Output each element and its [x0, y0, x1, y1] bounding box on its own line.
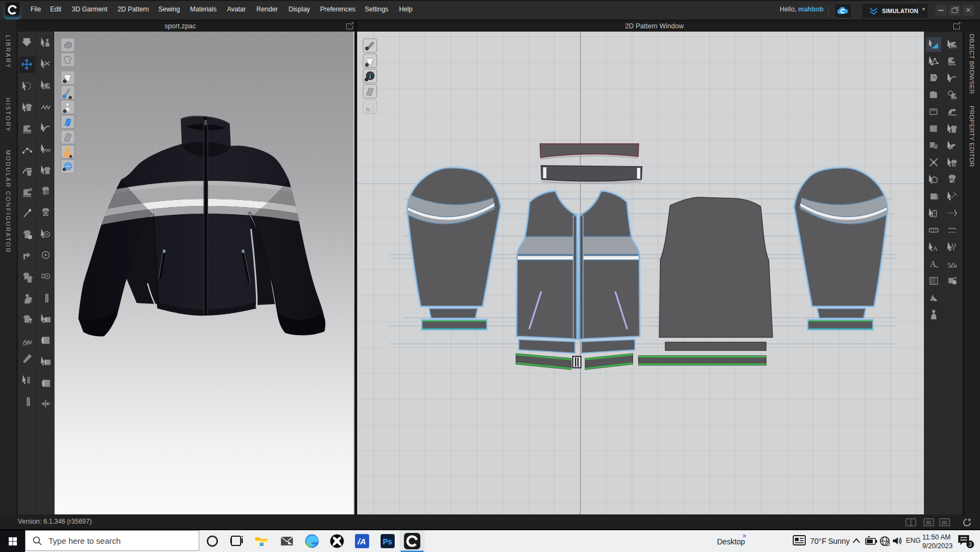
- svg-text:/A: /A: [357, 537, 366, 546]
- svg-text:Ps: Ps: [383, 537, 392, 546]
- svg-text:A: A: [933, 244, 938, 252]
- svg-text:3D: 3D: [926, 520, 932, 525]
- svg-text:A: A: [930, 259, 936, 269]
- svg-text:3: 3: [969, 541, 972, 548]
- svg-text:2D: 2D: [941, 520, 947, 525]
